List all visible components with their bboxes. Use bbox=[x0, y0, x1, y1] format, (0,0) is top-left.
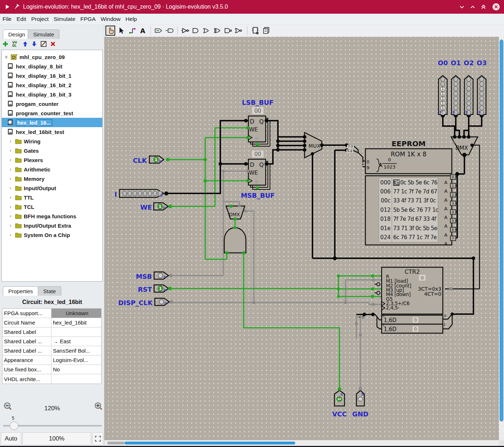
ctr2-title[interactable]: CTR2 bbox=[405, 268, 420, 275]
o1-pin-label[interactable]: O1 bbox=[451, 59, 461, 67]
vcc-pin-value[interactable]: 1 bbox=[337, 397, 342, 402]
tree-library[interactable]: ›Arithmetic bbox=[2, 165, 102, 174]
close-icon[interactable] bbox=[492, 3, 500, 11]
tree-library[interactable]: ›Input/Output bbox=[2, 183, 102, 193]
vertical-scrollbar[interactable] bbox=[499, 37, 504, 440]
dmx-right-label[interactable]: DMX bbox=[455, 145, 468, 151]
output-pin-tool[interactable] bbox=[165, 26, 174, 36]
zoom-slider-handle[interactable] bbox=[10, 421, 18, 430]
o3-pin-bits[interactable]: 00000000 bbox=[479, 77, 484, 115]
nand-gate-tool[interactable] bbox=[224, 26, 233, 36]
ctr2-d-value[interactable]: 0 bbox=[413, 326, 418, 332]
tree-library[interactable]: ›BFH mega functions bbox=[2, 211, 102, 221]
poke-tool[interactable] bbox=[105, 26, 115, 36]
menu-edit[interactable]: Edit bbox=[14, 16, 29, 22]
eeprom-title[interactable]: EEPROM bbox=[392, 139, 426, 148]
tab-design[interactable]: Design bbox=[3, 30, 31, 39]
menu-simulate[interactable]: Simulate bbox=[51, 16, 78, 22]
o1-pin-bits[interactable]: 00000000 bbox=[453, 77, 458, 115]
wire-tool[interactable] bbox=[127, 26, 137, 36]
xor-gate-tool[interactable] bbox=[213, 26, 222, 36]
tree-circuit[interactable]: progam_counter bbox=[2, 99, 102, 108]
auto-button[interactable]: Auto bbox=[1, 432, 21, 445]
tree-circuit[interactable]: hex_display_16_bit_2 bbox=[2, 80, 102, 90]
tree-circuit[interactable]: hex_display_8_bit bbox=[2, 62, 102, 71]
zoom-in-icon[interactable] bbox=[94, 402, 103, 411]
zoom-100-button[interactable]: 100% bbox=[22, 432, 91, 445]
o3-pin-label[interactable]: O3 bbox=[477, 59, 487, 67]
msb-pin-label[interactable]: MSB bbox=[136, 273, 152, 280]
o2-pin-label[interactable]: O2 bbox=[464, 59, 474, 67]
shade-icon[interactable] bbox=[470, 4, 475, 9]
menu-window[interactable]: Window bbox=[98, 16, 123, 22]
or-gate-tool[interactable] bbox=[202, 26, 212, 36]
gnd-pin-value[interactable]: 0 bbox=[357, 397, 363, 402]
o2-pin-bits[interactable]: 00000000 bbox=[466, 77, 471, 115]
tree-circuit[interactable]: hex_led_16bit_test bbox=[2, 127, 102, 137]
ctr2-d-value[interactable]: 0 bbox=[413, 317, 418, 323]
edit-select-tool[interactable] bbox=[116, 26, 126, 36]
tree-circuit[interactable]: program_counter_test bbox=[2, 108, 102, 118]
text-tool[interactable]: A bbox=[138, 26, 148, 36]
maximize-icon[interactable] bbox=[481, 4, 486, 9]
msb-pin-value[interactable]: 0 bbox=[158, 273, 163, 278]
o0-pin-label[interactable]: O0 bbox=[438, 59, 448, 67]
edit-appearance-icon[interactable] bbox=[40, 41, 47, 47]
move-up-icon[interactable] bbox=[22, 41, 28, 47]
dmx-mid-label[interactable]: DMX bbox=[229, 212, 240, 217]
appearance-tool[interactable] bbox=[261, 26, 271, 36]
i-pin-label[interactable]: I bbox=[114, 191, 117, 198]
tree-library[interactable]: ›Gates bbox=[2, 146, 102, 155]
input-pin-tool[interactable] bbox=[154, 26, 163, 36]
menu-fpga[interactable]: FPGA bbox=[78, 16, 98, 22]
o0-pin-bits[interactable]: 00111111 bbox=[440, 77, 445, 115]
we-pin-value[interactable]: 1 bbox=[157, 204, 163, 209]
disp-clk-pin-value[interactable]: 0 bbox=[159, 299, 164, 305]
lsb-buf-label[interactable]: LSB_BUF bbox=[242, 99, 274, 106]
menu-help[interactable]: Help bbox=[123, 16, 140, 22]
pin-icon[interactable] bbox=[14, 4, 19, 10]
tree-library[interactable]: ›Memory bbox=[2, 174, 102, 183]
fit-selection-button[interactable] bbox=[92, 432, 103, 445]
i-pin-bits[interactable]: 00000000 bbox=[122, 191, 162, 196]
we-pin-label[interactable]: WE bbox=[140, 204, 152, 211]
clk-pin-value[interactable]: 1 bbox=[153, 157, 159, 162]
eeprom-memory-table[interactable]: 0003f0c 5b 5e 6c 76 00677 1c 7f 7e 7d 67… bbox=[379, 178, 438, 242]
tree-circuit[interactable]: hex_display_16_bit_1 bbox=[2, 71, 102, 80]
lsb-register-value[interactable]: 00 bbox=[252, 107, 264, 114]
disp-clk-pin-label[interactable]: DISP_CLK bbox=[118, 299, 153, 307]
tab-simulate[interactable]: Simulate bbox=[28, 30, 59, 39]
rst-pin-value[interactable]: 1 bbox=[158, 286, 163, 291]
vertical-scrollbar-thumb[interactable] bbox=[500, 40, 503, 421]
tab-properties[interactable]: Properties bbox=[3, 286, 38, 296]
nor-gate-tool[interactable] bbox=[234, 26, 244, 36]
tree-library[interactable]: ›System On a Chip bbox=[2, 230, 102, 240]
gnd-pin-label[interactable]: GND bbox=[352, 410, 369, 418]
vhdl-icon[interactable]: VHDL bbox=[12, 41, 19, 47]
clk-pin-label[interactable]: CLK bbox=[133, 157, 147, 164]
tab-state[interactable]: State bbox=[38, 286, 61, 296]
msb-buf-label[interactable]: MSB_BUF bbox=[241, 192, 275, 199]
circuit-canvas[interactable]: LSB_BUF MSB_BUF CLK I WE MSB RST DISP_CL… bbox=[104, 37, 499, 440]
move-down-icon[interactable] bbox=[31, 41, 37, 47]
not-gate-tool[interactable] bbox=[180, 26, 190, 36]
delete-icon[interactable] bbox=[50, 41, 56, 47]
collapse-icon[interactable]: ∨ bbox=[5, 54, 10, 59]
tree-circuit[interactable]: hex_display_16_bit_3 bbox=[2, 90, 102, 99]
tree-library[interactable]: ›TTL bbox=[2, 193, 102, 202]
tree-library[interactable]: ›TCL bbox=[2, 202, 102, 211]
mux-component-label[interactable]: MUX bbox=[309, 143, 320, 149]
msb-register-value[interactable]: 00 bbox=[252, 151, 264, 157]
add-circuit-tool[interactable] bbox=[250, 26, 260, 36]
menu-file[interactable]: File bbox=[0, 16, 14, 22]
vcc-pin-label[interactable]: VCC bbox=[332, 410, 347, 418]
tree-circuit-selected[interactable]: hex_led_16... bbox=[2, 118, 102, 127]
menu-project[interactable]: Project bbox=[29, 16, 51, 22]
tree-library[interactable]: ›Plexers bbox=[2, 155, 102, 165]
tree-library[interactable]: ›Wiring bbox=[2, 137, 102, 146]
add-circuit-icon[interactable] bbox=[2, 41, 9, 47]
horizontal-scrollbar[interactable] bbox=[104, 440, 499, 446]
tree-project[interactable]: ∨ mhl_cpu_zero_09 bbox=[2, 52, 102, 62]
rst-pin-label[interactable]: RST bbox=[138, 286, 152, 293]
horizontal-scrollbar-thumb[interactable] bbox=[125, 442, 295, 444]
